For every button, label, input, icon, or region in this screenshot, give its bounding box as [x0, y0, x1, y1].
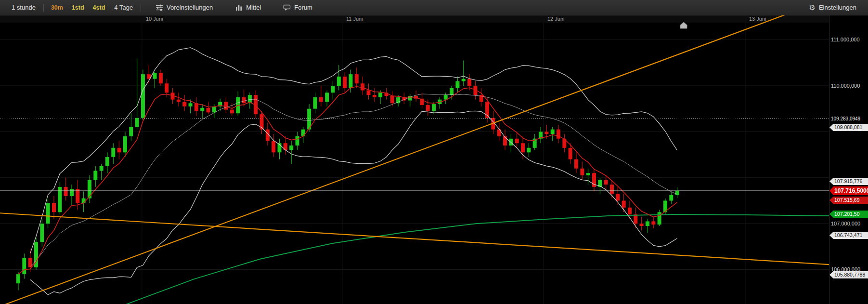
gridlines: [0, 23, 829, 304]
forum-label: Forum: [294, 4, 312, 11]
price-axis[interactable]: 111.000,000110.000,000109.283,0949109.08…: [829, 15, 868, 304]
indicators-label: Mittel: [246, 4, 261, 11]
price-tag: 107.515,69: [829, 197, 868, 204]
toolbar-separator: [43, 4, 44, 12]
trend-lines: [0, 15, 829, 304]
candles-layer: [16, 58, 679, 291]
chart-bars-icon: [235, 4, 243, 11]
price-tag: 109.088,081: [829, 124, 868, 131]
price-tag: 105.880,7788: [829, 271, 868, 278]
toolbar-right-group: ⚙ Einstellungen: [804, 4, 861, 11]
gear-icon: ⚙: [809, 4, 815, 11]
trading-chart-app: 1 stunde 30m 1std 4std 4 Tage Voreinstel…: [0, 0, 868, 304]
forum-button[interactable]: Forum: [278, 0, 317, 15]
date-strip: [0, 15, 829, 23]
indicators-button[interactable]: Mittel: [230, 0, 266, 15]
axis-price-label: 109.283,0949: [831, 116, 860, 122]
fast-ma-line: [18, 87, 677, 274]
quick-timeframe-1std[interactable]: 1std: [67, 0, 89, 15]
sliders-icon: [155, 4, 163, 11]
axis-price-label: 111.000,000: [831, 37, 860, 43]
candlestick-chart[interactable]: 10 Juni11 Juni12 Juni13 Juni: [0, 15, 829, 304]
time-marker: [680, 22, 687, 28]
price-tag: 107.716,5000: [829, 186, 868, 195]
quick-timeframe-30m[interactable]: 30m: [47, 0, 67, 15]
current-time-marker: [680, 22, 687, 28]
price-tag: 107.201,50: [829, 211, 868, 218]
settings-button[interactable]: ⚙ Einstellungen: [804, 4, 861, 11]
axis-price-label: 107.000,000: [831, 221, 860, 227]
price-levels: [0, 119, 829, 190]
toolbar: 1 stunde 30m 1std 4std 4 Tage Voreinstel…: [0, 0, 868, 15]
axis-price-label: 110.000,000: [831, 83, 860, 89]
quick-timeframe-4tage[interactable]: 4 Tage: [109, 0, 138, 15]
speech-bubble-icon: [283, 4, 291, 11]
presets-label: Voreinstellungen: [167, 4, 213, 11]
bollinger-bands: [30, 48, 677, 295]
date-label: 13 Juni: [749, 16, 766, 22]
timeframe-button[interactable]: 1 stunde: [7, 0, 40, 15]
price-tag: 106.743,471: [829, 232, 868, 239]
chart-area[interactable]: 10 Juni11 Juni12 Juni13 Juni: [0, 15, 829, 304]
date-label: 11 Juni: [346, 16, 363, 22]
settings-label: Einstellungen: [819, 4, 856, 11]
price-tag: 107.915,776: [829, 178, 868, 185]
presets-button[interactable]: Voreinstellungen: [151, 0, 218, 15]
date-label: 12 Juni: [547, 16, 564, 22]
date-label: 10 Juni: [146, 16, 163, 22]
toolbar-separator: [141, 4, 141, 12]
quick-timeframe-4std[interactable]: 4std: [89, 0, 110, 15]
slow-ma-line: [87, 214, 829, 304]
